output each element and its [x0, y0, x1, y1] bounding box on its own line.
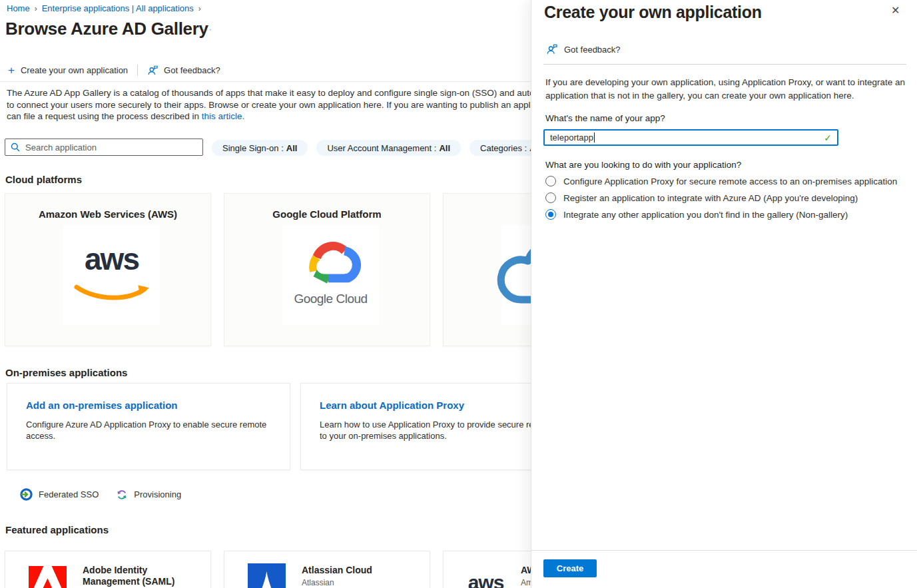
card-title: Amazon Web Services (AWS) — [5, 208, 210, 220]
on-premises-cards: Add an on-premises application Configure… — [7, 383, 584, 470]
radio-button-unselected[interactable] — [545, 192, 556, 203]
card-title: Atlassian Cloud — [302, 565, 372, 576]
radio-integrate-non-gallery[interactable]: Integrate any other application you don'… — [545, 209, 897, 220]
legend-provisioning: Provisioning — [116, 489, 181, 501]
atlassian-logo — [248, 563, 286, 588]
card-description: Configure Azure AD Application Proxy to … — [26, 419, 290, 441]
app-name-value: teleportapp — [550, 133, 593, 143]
this-article-link[interactable]: this article. — [202, 111, 245, 121]
toolbar-divider — [137, 65, 138, 76]
feedback-person-icon — [147, 65, 158, 76]
radio-button-unselected[interactable] — [545, 176, 556, 186]
app-name-label: What's the name of your app? — [545, 113, 665, 123]
card-add-on-premises-application[interactable]: Add an on-premises application Configure… — [7, 383, 290, 470]
page-title: Browse Azure AD Gallery — [5, 19, 208, 39]
filter-single-sign-on[interactable]: Single Sign-on :All — [212, 140, 308, 156]
panel-got-feedback-label: Got feedback? — [564, 45, 621, 55]
breadcrumb-separator: › — [198, 4, 201, 13]
valid-check-icon: ✓ — [824, 133, 832, 143]
breadcrumb-separator: › — [35, 4, 37, 13]
adobe-logo — [29, 563, 67, 588]
panel-intro-text: If you are developing your own applicati… — [545, 76, 908, 103]
federated-sso-icon — [20, 488, 33, 501]
close-icon[interactable]: ✕ — [891, 5, 900, 16]
card-publisher: Atlassian — [302, 578, 372, 587]
card-atlassian-cloud[interactable]: Atlassian Cloud Atlassian — [224, 551, 430, 588]
filter-user-account-management[interactable]: User Account Management :All — [316, 140, 461, 156]
radio-configure-application-proxy[interactable]: Configure Application Proxy for secure r… — [545, 176, 897, 186]
app-purpose-radio-group: Configure Application Proxy for secure r… — [545, 176, 897, 220]
breadcrumb: Home›Enterprise applications | All appli… — [7, 3, 206, 13]
card-amazon-web-services[interactable]: Amazon Web Services (AWS) aws — [5, 193, 211, 346]
app-purpose-label: What are you looking to do with your app… — [545, 160, 741, 170]
feedback-person-icon — [546, 43, 558, 55]
plus-icon: + — [8, 65, 15, 76]
featured-applications-heading: Featured applications — [5, 524, 109, 535]
radio-label: Integrate any other application you don'… — [563, 210, 848, 220]
radio-label: Configure Application Proxy for secure r… — [563, 176, 897, 186]
app-name-input[interactable]: teleportapp ✓ — [543, 129, 838, 146]
create-your-own-application-label: Create your own application — [21, 65, 128, 75]
panel-footer-divider — [531, 550, 917, 551]
page-context-menu-button[interactable]: ··· — [202, 24, 212, 34]
command-bar: + Create your own application Got feedba… — [8, 63, 220, 77]
panel-divider — [543, 64, 906, 65]
provisioning-icon — [116, 489, 128, 501]
legend-label: Provisioning — [134, 489, 181, 499]
radio-label: Register an application to integrate wit… — [563, 193, 858, 203]
capability-legend: Federated SSO Provisioning — [20, 488, 181, 501]
card-title: Google Cloud Platform — [224, 208, 430, 220]
card-title-link[interactable]: Add an on-premises application — [26, 400, 290, 411]
aws-logo: aws — [63, 225, 160, 325]
panel-title: Create your own application — [544, 3, 762, 22]
cloud-platforms-heading: Cloud platforms — [5, 174, 82, 185]
aws-logo: aws — [467, 563, 505, 588]
legend-label: Federated SSO — [39, 489, 99, 499]
card-adobe-identity-management[interactable]: Adobe Identity Management (SAML) — [5, 551, 211, 588]
card-title: Adobe Identity Management (SAML) — [83, 565, 174, 587]
google-cloud-logo: Google Cloud — [282, 225, 379, 325]
got-feedback-button[interactable]: Got feedback? — [147, 65, 220, 76]
breadcrumb-home-link[interactable]: Home — [7, 3, 30, 13]
got-feedback-label: Got feedback? — [164, 65, 220, 75]
radio-register-application[interactable]: Register an application to integrate wit… — [545, 192, 897, 203]
create-your-own-application-button[interactable]: + Create your own application — [8, 65, 128, 76]
search-application-input[interactable] — [25, 143, 185, 152]
search-application-box[interactable] — [5, 139, 203, 156]
filter-pills: Single Sign-on :All User Account Managem… — [212, 140, 551, 156]
search-icon — [11, 143, 20, 152]
breadcrumb-enterprise-apps-link[interactable]: Enterprise applications | All applicatio… — [42, 3, 194, 13]
legend-federated-sso: Federated SSO — [20, 488, 99, 501]
create-your-own-application-panel: Create your own application ✕ Got feedba… — [531, 0, 917, 588]
panel-got-feedback-button[interactable]: Got feedback? — [546, 43, 621, 55]
text-cursor — [594, 133, 595, 143]
card-google-cloud-platform[interactable]: Google Cloud Platform Google Cloud — [224, 193, 430, 346]
on-premises-heading: On-premises applications — [5, 367, 127, 378]
create-button[interactable]: Create — [543, 559, 597, 577]
radio-button-selected[interactable] — [545, 209, 556, 220]
